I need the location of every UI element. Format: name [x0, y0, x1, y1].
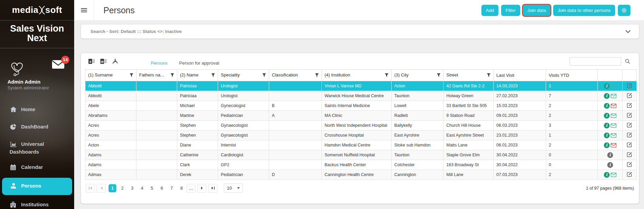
edit-cell[interactable] [623, 150, 637, 160]
info-icon[interactable]: i [604, 93, 610, 99]
table-row[interactable]: ActonDianeInternistHamdon Medical Centre… [85, 140, 637, 150]
table-row[interactable]: AbeleMichaelGynecologistBSaints Internal… [85, 101, 637, 111]
info-icon[interactable]: i [607, 162, 613, 168]
column-header-2-name[interactable]: (2) Name [177, 70, 218, 81]
pager-next-button[interactable] [197, 184, 207, 193]
table-row[interactable]: AbbotttPatriciaaUrologistWarwick House M… [85, 91, 637, 101]
pager-page-2[interactable]: 2 [118, 184, 126, 192]
table-row[interactable]: AcresStephenGynaecologistNorth West Inde… [85, 121, 637, 130]
filter-icon[interactable] [315, 73, 319, 78]
mail-status-icon[interactable] [611, 143, 616, 147]
mail-status-icon[interactable] [611, 114, 616, 118]
edit-row-icon[interactable] [627, 152, 632, 157]
edit-cell[interactable] [623, 111, 637, 121]
edit-row-icon[interactable] [627, 92, 632, 98]
sidebar-item-home[interactable]: Home [0, 101, 74, 119]
mail-status-icon[interactable] [611, 84, 616, 88]
pager-page-4[interactable]: 4 [138, 184, 146, 192]
export-excel-icon[interactable]: X [88, 58, 95, 64]
edit-cell[interactable] [623, 81, 637, 91]
add-button[interactable]: Add [481, 5, 498, 16]
edit-row-icon[interactable] [627, 161, 632, 167]
edit-row-icon[interactable] [627, 171, 632, 177]
pager-page-3[interactable]: 3 [128, 184, 136, 192]
pager-last-button[interactable] [208, 184, 217, 193]
edit-row-icon[interactable] [627, 132, 632, 138]
edit-row-icon[interactable] [627, 83, 632, 88]
filter-icon[interactable] [262, 73, 266, 78]
info-icon[interactable]: i [607, 152, 613, 158]
table-row[interactable]: AdmasDerekPediatricianDCannington Health… [85, 170, 637, 180]
join-data-to-other-persons-button[interactable]: Join data to other persons [553, 5, 615, 16]
edit-cell[interactable] [623, 140, 637, 150]
info-icon[interactable]: i [604, 103, 610, 109]
edit-cell[interactable] [623, 170, 637, 180]
pager-prev-button[interactable] [97, 184, 106, 193]
edit-row-icon[interactable] [627, 142, 632, 147]
column-header-3-city[interactable]: (3) City [392, 70, 444, 81]
table-row[interactable]: AbbotttPatriciaaUrologistVivian L Varese… [85, 81, 637, 91]
sidebar-item-calendar[interactable]: Calendar [0, 159, 74, 176]
column-header-4-institution[interactable]: (4) Institution [322, 70, 392, 81]
edit-row-icon[interactable] [627, 102, 632, 108]
column-header-street[interactable]: Street [444, 70, 494, 81]
filter-icon[interactable] [130, 73, 133, 78]
menu-toggle-button[interactable] [74, 0, 94, 21]
mail-status-icon[interactable] [611, 173, 616, 177]
search-summary-panel[interactable]: Search - Sort: Default ::: Status <>: In… [81, 24, 639, 39]
grid-search-input[interactable] [569, 57, 621, 66]
edit-cell[interactable] [623, 160, 637, 170]
column-header-speciality[interactable]: Speciality [218, 70, 269, 81]
table-row[interactable]: AbrahamsMartinePediatricianAMA ClinicRad… [85, 111, 637, 121]
sidebar-mail-icon[interactable]: 14 [52, 60, 65, 70]
filter-button[interactable]: Filter [501, 5, 520, 16]
info-icon[interactable]: i [604, 142, 610, 148]
info-icon[interactable]: i [604, 133, 610, 138]
table-row[interactable]: AdamsCatherineCardiologistSomerset Nuffi… [85, 150, 637, 160]
column-header-visits-ytd[interactable]: Visits YTD [546, 70, 598, 81]
info-icon[interactable]: i [604, 113, 610, 119]
edit-cell[interactable] [623, 121, 637, 130]
column-header-1-surname[interactable]: (1) Surname [85, 70, 136, 81]
pager-first-button[interactable] [86, 184, 95, 193]
info-icon[interactable]: i [604, 123, 610, 128]
edit-cell[interactable] [623, 91, 637, 101]
edit-row-icon[interactable] [627, 112, 632, 118]
chevron-down-icon[interactable] [625, 29, 631, 35]
edit-cell[interactable] [623, 130, 637, 140]
column-header-fathers-na[interactable]: Fathers na... [136, 70, 177, 81]
filter-icon[interactable] [170, 73, 174, 78]
mail-status-icon[interactable] [611, 94, 616, 98]
tab-person-for-approval[interactable]: Person for approval [179, 57, 219, 66]
sidebar-item-universal-dashboards[interactable]: Universal Dashboards [0, 136, 74, 159]
filter-icon[interactable] [211, 73, 215, 78]
filter-icon[interactable] [385, 73, 389, 78]
pager-ellipsis[interactable]: ... [186, 184, 196, 193]
export-word-icon[interactable]: W [100, 58, 107, 64]
info-icon[interactable]: i [604, 83, 610, 89]
tab-persons[interactable]: Persons [151, 57, 168, 66]
edit-cell[interactable] [623, 101, 637, 111]
pager-page-5[interactable]: 5 [148, 184, 156, 192]
filter-icon[interactable] [437, 73, 441, 78]
edit-row-icon[interactable] [627, 122, 632, 128]
page-size-select[interactable]: 10 [224, 184, 243, 193]
mail-status-icon[interactable] [611, 104, 616, 108]
pager-page-8[interactable]: 8 [178, 184, 185, 192]
filter-icon[interactable] [487, 73, 491, 78]
column-header-classification[interactable]: Classification [269, 70, 322, 81]
pager-page-1[interactable]: 1 [109, 184, 116, 192]
search-button[interactable] [623, 57, 631, 65]
sidebar-item-institutions[interactable]: Institutions [0, 196, 74, 209]
column-header-last-visit[interactable]: Last Visit [494, 70, 546, 81]
sidebar-item-dashboard[interactable]: DashBoard [0, 119, 74, 136]
settings-button[interactable] [618, 5, 630, 16]
mail-status-icon[interactable] [611, 133, 616, 138]
export-pdf-icon[interactable] [112, 58, 118, 64]
pager-page-6[interactable]: 6 [158, 184, 166, 192]
join-data-button[interactable]: Join data [523, 5, 550, 16]
pager-page-7[interactable]: 7 [168, 184, 176, 192]
sidebar-item-persons[interactable]: Persons [2, 178, 72, 195]
info-icon[interactable]: i [604, 172, 610, 178]
table-row[interactable]: AdamsClarkGP2Backus Health CenterColches… [85, 160, 637, 170]
